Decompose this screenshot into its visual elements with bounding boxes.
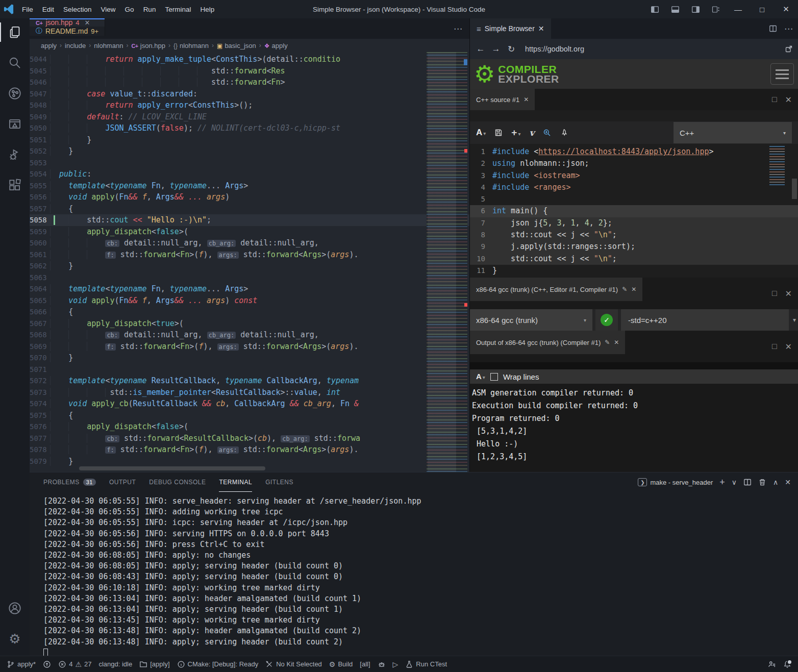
options-caret-icon[interactable]: ▾ — [793, 316, 796, 323]
maximize-pane-icon[interactable]: □ — [772, 342, 777, 351]
status-item-build-target[interactable]: [all] — [356, 656, 373, 672]
font-size-button[interactable]: A▾ — [476, 128, 486, 138]
language-select[interactable]: C++ ▾ — [674, 122, 792, 143]
ce-code-line[interactable]: 10 std::cout << j << "\n"; — [470, 253, 798, 265]
breadcrumb-item-json.hpp[interactable]: C+json.hpp — [131, 42, 165, 49]
compiler-options-input[interactable]: -std=c++20 — [621, 309, 789, 331]
toggle-primary-sidebar-icon[interactable] — [644, 0, 665, 18]
code-line[interactable]: 5050 JSON_ASSERT(false); // NOLINT(cert-… — [30, 122, 469, 134]
tab-README.md[interactable]: ⓘREADME.md9+ — [30, 27, 105, 36]
output-tab[interactable]: Output of x86-64 gcc (trunk) (Compiler #… — [470, 331, 625, 354]
toggle-panel-icon[interactable] — [665, 0, 685, 18]
back-icon[interactable]: ← — [475, 44, 486, 54]
breadcrumb-item-include[interactable]: include — [65, 42, 86, 49]
ce-code-line[interactable]: 4#include <ranges> — [470, 182, 798, 193]
terminal-instance[interactable]: ❯ make - serve_header — [638, 478, 713, 486]
ce-code-line[interactable]: 5 — [470, 193, 798, 205]
rename-output-icon[interactable]: ✎ — [605, 339, 610, 346]
code-line[interactable]: 5063 — [30, 272, 469, 284]
maximize-panel-icon[interactable]: ∧ — [773, 478, 778, 486]
reload-icon[interactable]: ↻ — [506, 44, 517, 55]
menu-file[interactable]: File — [17, 6, 38, 13]
status-item-cmake-folder[interactable]: [apply] — [136, 656, 173, 672]
code-line[interactable]: 5056 void apply(Fn&& f, Args&& ... args) — [30, 191, 469, 203]
status-item-cmake-status[interactable]: CMake: [Debug]: Ready — [173, 656, 262, 672]
close-source-icon[interactable]: ✕ — [523, 96, 529, 103]
toggle-secondary-sidebar-icon[interactable] — [685, 0, 706, 18]
code-line[interactable]: 5059 apply_dispatch<false>( — [30, 226, 469, 238]
ce-scrollbar[interactable] — [792, 179, 797, 199]
output-font-size-button[interactable]: A▾ — [476, 372, 485, 381]
code-line[interactable]: 5072 template<typename ResultCallback, t… — [30, 375, 469, 387]
activity-item-account[interactable] — [0, 594, 30, 622]
code-line[interactable]: 5071 — [30, 364, 469, 376]
ce-code-line[interactable]: 7 json j{5, 3, 1, 4, 2}; — [470, 217, 798, 229]
status-item-feedback[interactable] — [764, 656, 780, 672]
breadcrumb-item-basic_json[interactable]: ▣basic_json — [217, 42, 256, 49]
hamburger-menu-icon[interactable] — [770, 63, 794, 85]
status-item-kit[interactable]: No Kit Selected — [262, 656, 326, 672]
open-external-icon[interactable] — [785, 45, 793, 53]
minimap[interactable] — [427, 52, 467, 472]
code-line[interactable]: 5076 apply_dispatch<false>( — [30, 421, 469, 433]
panel-tab-problems[interactable]: PROBLEMS31 — [43, 472, 96, 492]
activity-item-source-control[interactable] — [0, 80, 30, 107]
maximize-button[interactable]: □ — [750, 0, 774, 18]
code-line[interactable]: 5064 template<typename Fn, typename... A… — [30, 283, 469, 295]
code-line[interactable]: 5075 { — [30, 410, 469, 421]
code-line[interactable]: 5077 cb: std::forward<ResultCallback>(cb… — [30, 433, 469, 444]
tab-json.hpp[interactable]: C+json.hpp4✕ — [30, 18, 105, 27]
panel-tab-debug-console[interactable]: DEBUG CONSOLE — [149, 472, 206, 492]
split-terminal-icon[interactable] — [743, 478, 752, 486]
save-icon[interactable] — [494, 129, 503, 137]
activity-item-run-debug[interactable] — [0, 141, 30, 168]
code-line[interactable]: 5047 case value_t::discarded: — [30, 88, 469, 100]
rename-compiler-icon[interactable]: ✎ — [622, 286, 627, 293]
code-line[interactable]: 5079 } — [30, 456, 469, 467]
status-item-branch[interactable]: apply* — [3, 656, 39, 672]
close-tab-icon[interactable]: ✕ — [85, 19, 90, 27]
activity-item-search[interactable] — [0, 49, 30, 77]
more-actions-icon[interactable]: ⋯ — [784, 23, 793, 34]
editor-more-actions-icon[interactable]: ⋯ — [454, 18, 462, 39]
menu-edit[interactable]: Edit — [38, 6, 59, 13]
code-line[interactable]: 5053 — [30, 157, 469, 169]
ce-code-line[interactable]: 2using nlohmann::json; — [470, 158, 798, 169]
menu-run[interactable]: Run — [139, 6, 161, 13]
close-pane-icon[interactable]: ✕ — [785, 342, 792, 352]
menu-help[interactable]: Help — [195, 6, 219, 13]
status-item-launch[interactable]: ▷ — [389, 656, 402, 672]
breadcrumb-item-apply[interactable]: apply — [41, 42, 57, 49]
code-line[interactable]: 5067 apply_dispatch<true>( — [30, 318, 469, 330]
code-line[interactable]: 5048 return apply_error<ConstThis>(); — [30, 99, 469, 111]
code-line[interactable]: 5051 } — [30, 134, 469, 146]
split-editor-icon[interactable] — [769, 24, 777, 33]
maximize-pane-icon[interactable]: □ — [772, 95, 777, 104]
forward-icon[interactable]: → — [490, 44, 502, 54]
vim-mode-icon[interactable]: v — [529, 128, 534, 138]
panel-tab-terminal[interactable]: TERMINAL — [219, 472, 252, 492]
code-line[interactable]: 5045 std::forward<Res — [30, 65, 469, 77]
menu-terminal[interactable]: Terminal — [160, 6, 195, 13]
ce-code-line[interactable]: 1#include <https://localhost:8443/apply/… — [470, 146, 798, 158]
close-output-icon[interactable]: ✕ — [614, 339, 619, 346]
close-panel-icon[interactable]: ✕ — [785, 478, 791, 486]
status-item-problems[interactable]: 4⚠27 — [55, 656, 95, 672]
code-line[interactable]: 5074 void apply_cb(ResultCallback && cb,… — [30, 398, 469, 410]
close-window-button[interactable]: ✕ — [774, 0, 798, 18]
code-line[interactable]: 5066 { — [30, 306, 469, 318]
code-line[interactable]: 5049 default: // LCOV_EXCL_LINE — [30, 111, 469, 123]
activity-item-files[interactable] — [0, 18, 30, 46]
wrap-lines-checkbox[interactable] — [490, 373, 498, 381]
activity-item-settings-gear[interactable]: ⚙ — [0, 625, 30, 653]
code-line[interactable]: 5069 f: std::forward<Fn>(f), args: std::… — [30, 341, 469, 353]
menu-view[interactable]: View — [96, 6, 120, 13]
code-line[interactable]: 5065 void apply(Fn&& f, Args&& ... args)… — [30, 295, 469, 307]
status-item-sync[interactable] — [39, 656, 55, 672]
status-item-build[interactable]: ⚙Build — [326, 656, 356, 672]
compiler-tab[interactable]: x86-64 gcc (trunk) (C++, Editor #1, Comp… — [470, 278, 642, 301]
code-line[interactable]: 5057 { — [30, 203, 469, 215]
compiler-select[interactable]: x86-64 gcc (trunk) ▾ — [470, 309, 592, 331]
url-input[interactable]: https://godbolt.org — [521, 42, 781, 56]
code-line[interactable]: 5073 std::is_member_pointer<ResultCallba… — [30, 387, 469, 399]
